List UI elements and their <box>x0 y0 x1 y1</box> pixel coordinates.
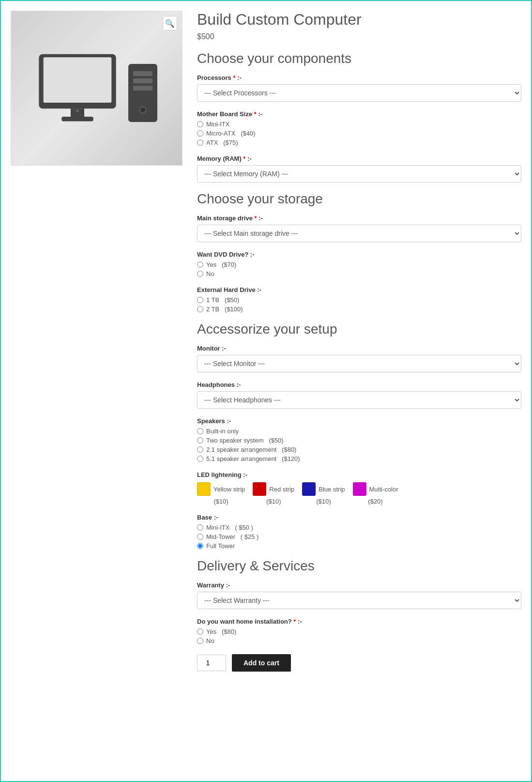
installation-yes[interactable]: Yes ($80) <box>197 628 521 635</box>
led-options: Yellow strip ($10) Red strip ($10) <box>197 482 521 505</box>
svg-rect-8 <box>133 86 152 91</box>
dvd-yes[interactable]: Yes ($70) <box>197 261 521 268</box>
dvd-field: Want DVD Drive? :- Yes ($70) No <box>197 251 521 277</box>
processors-field: Processors * :- --- Select Processors --… <box>197 74 521 102</box>
external-hdd-label: External Hard Drive :- <box>197 286 521 293</box>
installation-label: Do you want home installation? * :- <box>197 618 521 625</box>
headphones-label: Headphones :- <box>197 381 521 388</box>
warranty-label: Warranty :- <box>197 582 521 589</box>
processors-select[interactable]: --- Select Processors --- <box>197 84 521 102</box>
led-yellow-price: ($10) <box>213 498 228 505</box>
base-full-tower-radio[interactable] <box>197 543 203 549</box>
led-multicolor-price: ($20) <box>368 498 382 505</box>
storage-heading: Choose your storage <box>197 191 521 207</box>
led-blue-row: Blue strip <box>302 482 345 496</box>
monitor-select[interactable]: --- Select Monitor --- <box>197 355 521 372</box>
memory-field: Memory (RAM) * :- --- Select Memory (RAM… <box>197 155 521 183</box>
product-price: $500 <box>197 32 521 41</box>
led-yellow-row: Yellow strip <box>197 482 245 496</box>
speakers-51-radio[interactable] <box>197 456 203 462</box>
base-field: Base :- Mini-ITX ( $50 ) Mid-Tower ( $25… <box>197 514 521 550</box>
led-label: LED lightening :- <box>197 471 521 478</box>
hdd-1tb-radio[interactable] <box>197 297 203 303</box>
dvd-no-radio[interactable] <box>197 271 203 277</box>
led-red-price: ($10) <box>266 498 281 505</box>
led-red-item: Red strip ($10) <box>253 482 294 505</box>
speakers-51[interactable]: 5.1 speaker arrangement ($120) <box>197 455 521 462</box>
product-details-column: Build Custom Computer $500 Choose your c… <box>197 11 521 672</box>
main-storage-select[interactable]: --- Select Main storage drive --- <box>197 225 521 242</box>
led-yellow-swatch[interactable] <box>197 482 211 496</box>
base-mini-itx[interactable]: Mini-ITX ( $50 ) <box>197 524 521 531</box>
led-yellow-item: Yellow strip ($10) <box>197 482 245 505</box>
processors-label: Processors * :- <box>197 74 521 81</box>
led-blue-label: Blue strip <box>319 486 345 493</box>
led-yellow-label: Yellow strip <box>213 486 245 493</box>
speakers-label: Speakers :- <box>197 417 521 425</box>
led-red-row: Red strip <box>253 482 294 496</box>
base-mid-tower-radio[interactable] <box>197 534 203 540</box>
hdd-2tb-radio[interactable] <box>197 306 203 312</box>
quantity-input[interactable]: 1 <box>197 655 226 671</box>
motherboard-micro-atx[interactable]: Micro-ATX ($40) <box>197 130 521 137</box>
hdd-2tb[interactable]: 2 TB ($100) <box>197 306 521 313</box>
speakers-two-radio[interactable] <box>197 437 203 444</box>
components-heading: Choose your components <box>197 51 521 66</box>
installation-yes-radio[interactable] <box>197 629 203 635</box>
motherboard-mini-itx[interactable]: Mini-ITX <box>197 121 521 128</box>
speakers-builtin-radio[interactable] <box>197 428 203 434</box>
led-red-label: Red strip <box>269 486 294 493</box>
motherboard-label: Mother Board Size * :- <box>197 110 521 118</box>
installation-no[interactable]: No <box>197 637 521 644</box>
add-to-cart-button[interactable]: Add to cart <box>232 654 291 672</box>
base-mid-tower[interactable]: Mid-Tower ( $25 ) <box>197 533 521 540</box>
base-mini-itx-radio[interactable] <box>197 524 203 531</box>
motherboard-mini-itx-radio[interactable] <box>197 121 203 127</box>
installation-field: Do you want home installation? * :- Yes … <box>197 618 521 644</box>
memory-select[interactable]: --- Select Memory (RAM) --- <box>197 165 521 183</box>
base-label: Base :- <box>197 514 521 521</box>
installation-radio-group: Yes ($80) No <box>197 628 521 644</box>
hdd-1tb[interactable]: 1 TB ($50) <box>197 296 521 304</box>
led-blue-swatch[interactable] <box>302 482 316 496</box>
led-red-swatch[interactable] <box>253 482 266 496</box>
svg-point-10 <box>140 107 145 112</box>
motherboard-field: Mother Board Size * :- Mini-ITX Micro-AT… <box>197 110 521 146</box>
headphones-select[interactable]: --- Select Headphones --- <box>197 391 521 409</box>
external-hdd-radio-group: 1 TB ($50) 2 TB ($100) <box>197 296 521 313</box>
warranty-field: Warranty :- --- Select Warranty --- <box>197 582 521 609</box>
installation-no-radio[interactable] <box>197 638 203 644</box>
motherboard-radio-group: Mini-ITX Micro-ATX ($40) ATX ($75) <box>197 121 521 146</box>
product-image-wrapper: 🔍 <box>11 11 182 166</box>
speakers-21[interactable]: 2.1 speaker arrangement ($80) <box>197 446 521 453</box>
dvd-no[interactable]: No <box>197 270 521 277</box>
speakers-builtin[interactable]: Built-in only <box>197 428 521 435</box>
base-full-tower[interactable]: Full Tower <box>197 542 521 550</box>
product-image-column: 🔍 <box>11 11 182 166</box>
dvd-yes-radio[interactable] <box>197 261 203 268</box>
speakers-two[interactable]: Two speaker system ($50) <box>197 437 521 444</box>
warranty-select[interactable]: --- Select Warranty --- <box>197 592 521 609</box>
led-blue-price: ($10) <box>316 498 331 505</box>
computer-illustration <box>34 52 160 124</box>
add-to-cart-row: 1 Add to cart <box>197 654 521 672</box>
page-title: Build Custom Computer <box>197 11 521 29</box>
monitor-label: Monitor :- <box>197 345 521 352</box>
speakers-field: Speakers :- Built-in only Two speaker sy… <box>197 417 521 462</box>
motherboard-atx[interactable]: ATX ($75) <box>197 139 521 146</box>
main-storage-label: Main storage drive * :- <box>197 215 521 222</box>
base-radio-group: Mini-ITX ( $50 ) Mid-Tower ( $25 ) Full … <box>197 524 521 550</box>
led-blue-item: Blue strip ($10) <box>302 482 345 505</box>
led-field: LED lightening :- Yellow strip ($10) <box>197 471 521 505</box>
led-multicolor-row: Multi-color <box>353 482 398 496</box>
dvd-label: Want DVD Drive? :- <box>197 251 521 258</box>
motherboard-micro-atx-radio[interactable] <box>197 130 203 137</box>
svg-rect-1 <box>43 57 111 103</box>
svg-point-4 <box>76 109 79 112</box>
led-multicolor-swatch[interactable] <box>353 482 366 496</box>
svg-rect-3 <box>61 117 93 121</box>
magnify-button[interactable]: 🔍 <box>163 16 177 31</box>
headphones-field: Headphones :- --- Select Headphones --- <box>197 381 521 409</box>
speakers-21-radio[interactable] <box>197 446 203 453</box>
motherboard-atx-radio[interactable] <box>197 139 203 146</box>
